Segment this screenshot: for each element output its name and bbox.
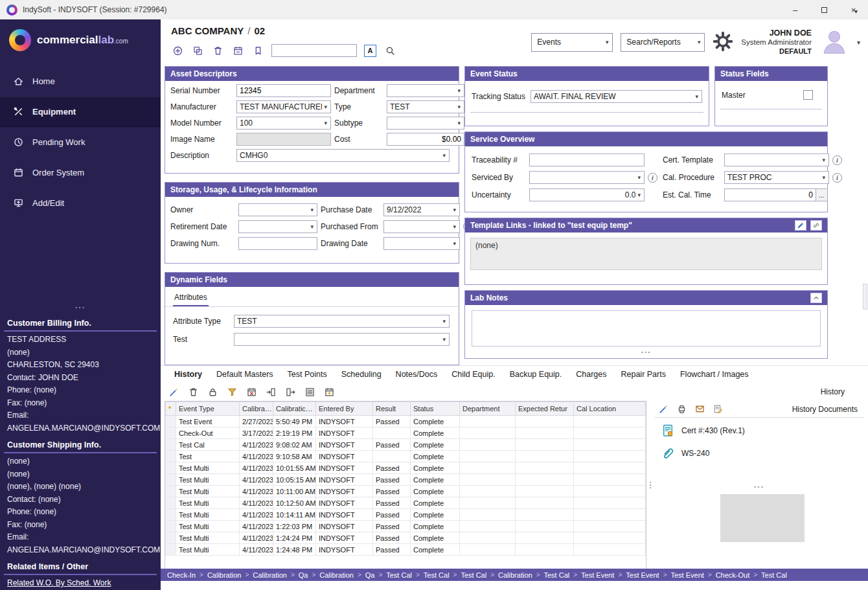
new-event-button[interactable] bbox=[324, 387, 335, 398]
detail-tab[interactable]: Child Equip. bbox=[444, 367, 502, 383]
email-button[interactable] bbox=[694, 403, 705, 414]
document-item-cert[interactable]: Cert #:430 (Rev.1) bbox=[654, 418, 864, 440]
tabs-overflow-chevron[interactable]: ▾ bbox=[854, 8, 858, 15]
print-button[interactable] bbox=[676, 403, 687, 414]
documents-splitter-handle[interactable]: ... bbox=[654, 481, 864, 489]
detail-tab[interactable]: Test Points bbox=[280, 367, 334, 383]
document-item-attachment[interactable]: WS-240 bbox=[654, 440, 864, 463]
bookmark-button[interactable] bbox=[251, 44, 264, 57]
history-row[interactable]: Check-Out 3/17/2023 2:19:19 PM INDYSOFT … bbox=[166, 427, 646, 439]
cert-template-dropdown[interactable]: ▾ bbox=[724, 153, 829, 166]
workflow-step[interactable]: Calibration bbox=[497, 571, 534, 579]
history-row[interactable]: Test 4/11/2023 9:10:58 AM INDYSOFT Compl… bbox=[166, 451, 646, 462]
related-link[interactable]: Related W.O. By Sched. Work bbox=[0, 577, 161, 590]
cal-procedure-dropdown[interactable]: TEST PROC▾ bbox=[724, 171, 829, 184]
subtype-dropdown[interactable]: ▾ bbox=[387, 117, 464, 130]
sidebar-item-pending-work[interactable]: Pending Work bbox=[0, 127, 161, 157]
est-cal-time-field[interactable] bbox=[724, 188, 816, 201]
serial-number-field[interactable] bbox=[236, 84, 331, 97]
description-dropdown[interactable]: CMHG0▾ bbox=[236, 149, 450, 162]
lock-event-button[interactable] bbox=[207, 387, 218, 398]
workflow-step[interactable]: Calibration bbox=[206, 571, 243, 579]
grid-docs-splitter[interactable]: ⋮ bbox=[646, 401, 654, 569]
workflow-step[interactable]: Test Event bbox=[669, 571, 705, 579]
export-button[interactable] bbox=[285, 387, 296, 398]
close-button[interactable]: × bbox=[839, 0, 868, 19]
detail-tab[interactable]: Repair Parts bbox=[613, 367, 672, 383]
workflow-step[interactable]: Test Cal bbox=[385, 571, 413, 579]
column-header-event-type[interactable]: Event Type bbox=[176, 402, 240, 416]
detail-tab[interactable]: Flowchart / Images bbox=[673, 367, 756, 383]
history-row[interactable]: Test Multi 4/11/2023 10:11:00 AM INDYSOF… bbox=[166, 486, 646, 497]
column-header-cal-location[interactable]: Cal Location bbox=[574, 402, 646, 416]
remove-schedule-button[interactable] bbox=[246, 387, 257, 398]
detail-tab[interactable]: Default Masters bbox=[209, 367, 280, 383]
serviced-by-dropdown[interactable]: ▾ bbox=[529, 171, 645, 184]
sidebar-item-equipment[interactable]: Equipment bbox=[0, 96, 161, 127]
workflow-step[interactable]: Check-Out bbox=[714, 571, 751, 579]
search-button[interactable] bbox=[383, 44, 396, 57]
attribute-type-dropdown[interactable]: TEST▾ bbox=[234, 315, 450, 328]
quick-search-input[interactable] bbox=[271, 44, 357, 57]
traceability-field[interactable] bbox=[529, 153, 645, 166]
sidebar-item-home[interactable]: Home bbox=[0, 66, 161, 96]
schedule-button[interactable] bbox=[231, 44, 244, 57]
uncertainty-dropdown[interactable]: 0.0▾ bbox=[529, 188, 645, 201]
history-row[interactable]: Test Multi 4/11/2023 10:01:55 AM INDYSOF… bbox=[166, 462, 646, 474]
history-row[interactable]: Test Cal 4/11/2023 9:08:02 AM INDYSOFT P… bbox=[166, 439, 646, 451]
retirement-date-dropdown[interactable]: ▾ bbox=[238, 220, 317, 233]
tracking-status-dropdown[interactable]: AWAIT. FINAL REVIEW▾ bbox=[531, 90, 702, 103]
master-checkbox[interactable] bbox=[803, 90, 813, 100]
drawing-num-field[interactable] bbox=[238, 237, 317, 250]
filter-button[interactable] bbox=[227, 387, 238, 398]
history-row[interactable]: Test Event 2/27/2023 5:50:49 PM INDYSOFT… bbox=[166, 416, 646, 427]
column-header-entered-by[interactable]: Entered By bbox=[316, 402, 373, 416]
auto-search-button[interactable]: A bbox=[364, 45, 376, 57]
workflow-step[interactable]: Qa bbox=[364, 571, 376, 579]
drawing-date-dropdown[interactable]: ▾ bbox=[383, 237, 460, 250]
purchased-from-dropdown[interactable]: ▾ bbox=[383, 220, 460, 233]
edit-template-links-button[interactable] bbox=[795, 220, 806, 231]
workflow-step[interactable]: Test Cal bbox=[459, 571, 488, 579]
sidebar-collapse-handle[interactable]: ... bbox=[0, 302, 161, 313]
sidebar-item-add-edit[interactable]: Add/Edit bbox=[0, 188, 161, 218]
column-header-status[interactable]: Status bbox=[411, 402, 460, 416]
test-attribute-dropdown[interactable]: ▾ bbox=[234, 333, 450, 346]
column-header-cal-date[interactable]: Calibra… bbox=[240, 402, 273, 416]
type-dropdown[interactable]: TEST▾ bbox=[387, 100, 464, 113]
column-header-result[interactable]: Result bbox=[373, 402, 411, 416]
minimize-button[interactable]: – bbox=[781, 0, 810, 19]
workflow-step[interactable]: Test Event bbox=[624, 571, 660, 579]
detail-tab[interactable]: Backup Equip. bbox=[503, 367, 569, 383]
detail-tab[interactable]: Scheduling bbox=[334, 367, 389, 383]
purchase-date-dropdown[interactable]: 9/12/2022▾ bbox=[383, 203, 460, 216]
model-number-dropdown[interactable]: 100▾ bbox=[236, 117, 331, 130]
settings-button[interactable] bbox=[713, 31, 733, 54]
history-row[interactable]: Test Multi 4/11/2023 10:14:11 AM INDYSOF… bbox=[166, 509, 646, 521]
vertical-scrollbar-thumb[interactable] bbox=[863, 284, 867, 310]
maximize-button[interactable] bbox=[810, 0, 839, 19]
user-menu-chevron[interactable]: ▾ bbox=[857, 39, 860, 46]
workflow-step[interactable]: Test Cal bbox=[422, 571, 451, 579]
events-dropdown[interactable]: Events ▾ bbox=[531, 33, 613, 52]
detail-tab[interactable]: History bbox=[167, 367, 209, 383]
column-header-cal-time[interactable]: Calibratic… bbox=[273, 402, 316, 416]
detail-tab[interactable]: Charges bbox=[569, 367, 613, 383]
owner-dropdown[interactable]: ▾ bbox=[238, 203, 317, 216]
cal-procedure-info-icon[interactable]: i bbox=[832, 173, 842, 183]
search-reports-dropdown[interactable]: Search/Reports ▾ bbox=[621, 33, 705, 52]
tools-button[interactable] bbox=[168, 387, 179, 398]
add-record-button[interactable] bbox=[171, 44, 184, 57]
department-dropdown[interactable]: ▾ bbox=[387, 84, 464, 97]
sidebar-item-order-system[interactable]: Order System bbox=[0, 157, 161, 188]
history-row[interactable]: Test Multi 4/11/2023 1:24:48 PM INDYSOFT… bbox=[166, 544, 646, 556]
workflow-step[interactable]: Calibration bbox=[318, 571, 355, 579]
list-view-button[interactable] bbox=[304, 387, 315, 398]
workflow-step[interactable]: Test Cal bbox=[760, 571, 788, 579]
clone-record-button[interactable] bbox=[191, 44, 204, 57]
cost-field[interactable] bbox=[387, 133, 464, 146]
delete-record-button[interactable] bbox=[211, 44, 224, 57]
workflow-step[interactable]: Test Event bbox=[580, 571, 615, 579]
doc-tools-button[interactable] bbox=[658, 403, 669, 414]
detail-tab[interactable]: Notes/Docs bbox=[389, 367, 445, 383]
